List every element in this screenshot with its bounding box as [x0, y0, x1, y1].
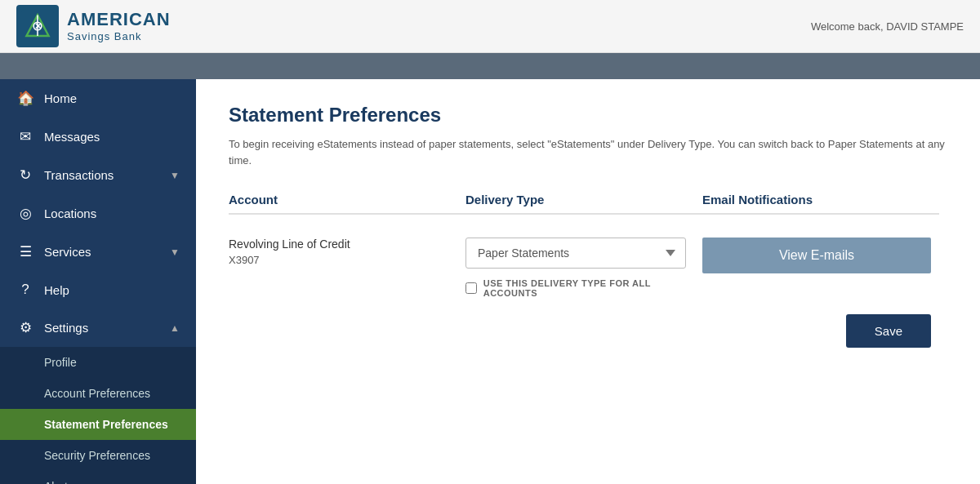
help-icon: ?	[16, 282, 34, 298]
account-number: X3907	[229, 254, 466, 266]
account-info: Revolving Line of Credit X3907	[229, 231, 466, 266]
sidebar-item-help-label: Help	[44, 283, 69, 297]
table-header: Account Delivery Type Email Notification…	[229, 193, 947, 215]
sidebar-item-home[interactable]: 🏠 Home	[0, 79, 196, 118]
sidebar-item-messages-label: Messages	[44, 130, 100, 144]
col-header-email: Email Notifications	[702, 193, 939, 215]
email-col: View E-mails	[702, 231, 939, 273]
sidebar-item-home-label: Home	[44, 91, 77, 105]
delivery-type-select[interactable]: Paper Statements eStatements	[466, 238, 686, 269]
bank-logo-icon: ✕	[16, 5, 59, 47]
sidebar-item-help[interactable]: ? Help	[0, 271, 196, 309]
col-header-delivery: Delivery Type	[466, 193, 702, 215]
page-description: To begin receiving eStatements instead o…	[229, 136, 947, 168]
save-button[interactable]: Save	[846, 314, 931, 348]
sidebar-subitem-account-preferences[interactable]: Account Preferences	[0, 378, 196, 409]
bank-sub: Savings Bank	[67, 30, 171, 42]
services-arrow: ▼	[170, 246, 180, 258]
services-icon: ☰	[16, 243, 34, 260]
sidebar-item-locations[interactable]: ◎ Locations	[0, 194, 196, 233]
gray-bar	[0, 53, 980, 79]
sidebar-item-transactions-label: Transactions	[44, 168, 114, 182]
sidebar-subitem-profile[interactable]: Profile	[0, 347, 196, 378]
main-content: Statement Preferences To begin receiving…	[196, 79, 980, 484]
sidebar-item-services-label: Services	[44, 245, 91, 259]
checkbox-row: USE THIS DELIVERY TYPE FOR ALL ACCOUNTS	[466, 278, 702, 298]
logo-area: ✕ AMERICAN Savings Bank	[16, 5, 171, 47]
delivery-col: Paper Statements eStatements USE THIS DE…	[466, 231, 702, 298]
sidebar-item-settings-label: Settings	[44, 321, 88, 335]
home-icon: 🏠	[16, 90, 34, 107]
transactions-icon: ↻	[16, 167, 34, 184]
sidebar-item-services[interactable]: ☰ Services ▼	[0, 233, 196, 271]
sidebar-item-locations-label: Locations	[44, 206, 96, 220]
welcome-text: Welcome back, DAVID STAMPE	[811, 20, 964, 33]
bank-name: AMERICAN	[67, 10, 171, 29]
settings-arrow: ▲	[170, 322, 180, 334]
bank-name-area: AMERICAN Savings Bank	[67, 10, 171, 42]
messages-icon: ✉	[16, 128, 34, 145]
page-title: Statement Preferences	[229, 104, 947, 127]
sidebar-item-settings[interactable]: ⚙ Settings ▲	[0, 309, 196, 347]
save-row: Save	[229, 314, 947, 348]
main-layout: 🏠 Home ✉ Messages ↻ Transactions ▼ ◎ Loc…	[0, 79, 980, 484]
checkbox-label[interactable]: USE THIS DELIVERY TYPE FOR ALL ACCOUNTS	[483, 278, 702, 298]
col-header-account: Account	[229, 193, 466, 215]
svg-text:✕: ✕	[34, 21, 42, 31]
sidebar: 🏠 Home ✉ Messages ↻ Transactions ▼ ◎ Loc…	[0, 79, 196, 484]
header: ✕ AMERICAN Savings Bank Welcome back, DA…	[0, 0, 980, 53]
sidebar-subitem-statement-preferences[interactable]: Statement Preferences	[0, 409, 196, 440]
sidebar-subitem-alerts[interactable]: Alerts	[0, 471, 196, 484]
account-name: Revolving Line of Credit	[229, 238, 466, 251]
settings-icon: ⚙	[16, 319, 34, 336]
sidebar-item-transactions[interactable]: ↻ Transactions ▼	[0, 156, 196, 194]
locations-icon: ◎	[16, 205, 34, 222]
transactions-arrow: ▼	[170, 170, 180, 181]
sidebar-subitem-security-preferences[interactable]: Security Preferences	[0, 440, 196, 471]
data-row: Revolving Line of Credit X3907 Paper Sta…	[229, 231, 947, 298]
view-emails-button[interactable]: View E-mails	[702, 238, 931, 273]
sidebar-item-messages[interactable]: ✉ Messages	[0, 118, 196, 156]
all-accounts-checkbox[interactable]	[466, 282, 477, 294]
